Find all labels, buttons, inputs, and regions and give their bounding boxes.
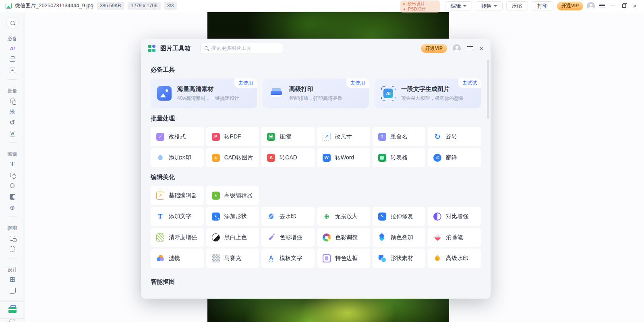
add-watermark-icon [156,154,164,162]
sidebar-item-contrast[interactable] [6,191,19,202]
toolbox-logo-icon [148,45,155,52]
tool-add-watermark[interactable]: 添加水印 [151,148,204,167]
tool-contrast-enhance[interactable]: 对比增强 [428,207,481,226]
tool-color-adjust[interactable]: 色彩调整 [317,228,370,247]
vip-upgrade-button[interactable]: 开通VIP [557,2,583,10]
tool-filter[interactable]: 滤镜 [151,249,204,268]
sidebar-item-materials[interactable] [6,65,19,76]
tool-translate[interactable]: 翻译 [428,148,481,167]
tool-template-text[interactable]: 模板文字 [261,249,315,268]
tool-to-pdf[interactable]: 转PDF [206,127,259,146]
sidebar-item-add-text[interactable] [6,159,19,169]
tool-color-overlay[interactable]: 颜色叠加 [373,228,426,247]
modal-vip-button[interactable]: 开通VIP [421,44,447,53]
close-window-button[interactable]: × [631,2,638,10]
sidebar-item-enhance-zoom[interactable] [6,202,19,213]
sidebar-item-cutout-image[interactable] [6,233,19,244]
go-use-badge[interactable]: 去使用 [234,78,257,88]
modal-user-avatar[interactable] [453,44,461,52]
sidebar-item-toolbox-active[interactable] [0,301,25,319]
rotate-icon [433,133,441,141]
promo-instant-design[interactable]: ◆秒出设计 [403,1,437,6]
compress-button[interactable]: 压缩 [506,1,528,10]
tool-resize[interactable]: 改尺寸 [317,127,370,146]
promo-psd-open[interactable]: ▲PSD打开 [403,6,437,12]
tool-color-enhance[interactable]: 色彩增强 [261,228,315,247]
sidebar-item-watermark[interactable] [6,180,19,191]
modal-title: 图片工具箱 [160,45,191,52]
resize-icon [323,133,331,141]
tool-lossless-upscale[interactable]: 无损放大 [317,207,370,226]
tool-rename[interactable]: 重命名 [373,127,426,146]
go-use-badge[interactable]: 去使用 [346,78,369,88]
card-advanced-print[interactable]: 高级打印智能排版，打印高清品质 去使用 [263,78,369,108]
modal-close-button[interactable]: × [479,45,483,52]
sidebar-item-batch-compress[interactable] [6,106,19,117]
sidebar-item-batch-word[interactable] [6,128,19,139]
advanced-print-icon [269,86,284,101]
remove-watermark-icon [267,213,275,221]
cutout-selection-icon [10,246,15,252]
modal-menu-button[interactable] [466,45,474,52]
card-hd-materials[interactable]: 海量高清素材40w高清素材，一键搞定设计 去使用 [151,78,257,108]
sidebar-item-ai[interactable]: AI [6,43,19,54]
maximize-button[interactable] [620,2,627,10]
chevron-down-icon [494,5,497,7]
sidebar-item-shapes[interactable] [6,169,19,180]
go-try-badge[interactable]: 去试试 [458,78,481,88]
sidebar-item-batch-rotate[interactable] [6,117,19,128]
toolbox-search-input[interactable] [211,45,279,51]
convert-menu-button[interactable]: 转换 [476,1,503,10]
tool-clarity-enhance[interactable]: 清晰度增强 [151,228,204,247]
tool-special-border[interactable]: 特色边框 [317,249,370,268]
sidebar-search-button[interactable] [6,17,19,29]
toolbox-icon [8,307,17,313]
tool-format-convert[interactable]: 改格式 [151,127,204,146]
sidebar-item-collage[interactable] [6,274,19,285]
tool-add-text[interactable]: 添加文字 [151,207,204,226]
advanced-watermark-icon [433,254,441,262]
tool-basic-editor[interactable]: 基础编辑器 [151,186,204,205]
tool-stretch-repair[interactable]: 拉伸修复 [373,207,426,226]
app-logo-icon [6,3,12,9]
minimize-button[interactable] [609,2,617,10]
user-avatar[interactable] [587,2,595,10]
tools-sidebar: 必备 AI 批量 编辑 抠图 设计 [0,12,25,322]
app-menu-button[interactable] [598,2,606,10]
tool-compress[interactable]: 压缩 [261,127,315,146]
sidebar-item-cutout-selection[interactable] [6,244,19,254]
modal-scroll-area[interactable]: 必备工具 海量高清素材40w高清素材，一键搞定设计 去使用 高级打印智能排版，打… [141,58,491,286]
tool-to-word[interactable]: 转Word [317,148,370,167]
edit-menu-button[interactable]: 编辑 [445,1,472,10]
tool-bw-colorize[interactable]: 黑白上色 [206,228,259,247]
minimize-icon [611,6,615,6]
add-shape-icon [212,213,220,221]
card-ai-text-to-image[interactable]: 一段文字生成图片顶尖AI大模型，极尽你的想象 去试试 [375,78,481,108]
tool-shape-assets[interactable]: 形状素材 [373,249,426,268]
sidebar-item-crop[interactable] [6,285,19,296]
print-button[interactable]: 打印 [532,1,553,10]
tool-add-shape[interactable]: 添加形状 [206,207,259,226]
sidebar-item-print[interactable] [6,54,19,65]
tool-rotate[interactable]: 旋转 [428,127,481,146]
close-icon: × [633,3,637,9]
tool-mosaic[interactable]: 马赛克 [206,249,259,268]
lossless-upscale-icon [323,213,331,221]
tool-to-cad[interactable]: 转CAD [261,148,315,167]
tool-cad-to-image[interactable]: CAD转图片 [206,148,259,167]
to-pdf-icon [212,133,220,141]
modal-scrollbar-thumb[interactable] [487,60,489,119]
tool-eraser-pen[interactable]: 消除笔 [428,228,481,247]
toolbox-search-box[interactable] [200,43,283,54]
mosaic-icon [212,254,220,262]
tool-advanced-watermark[interactable]: 高级水印 [428,249,481,268]
help-icon[interactable] [9,319,15,322]
tool-to-table[interactable]: 转表格 [373,148,426,167]
sidebar-item-batch-convert[interactable] [6,95,19,106]
edit-tools-grid: 添加文字 添加形状 去水印 无损放大 拉伸修复 对比增强 清晰度增强 黑白上色 … [151,207,481,268]
tool-advanced-editor[interactable]: 高级编辑器 [206,186,259,205]
tool-remove-watermark[interactable]: 去水印 [261,207,315,226]
cad-to-image-icon [212,154,220,162]
section-title-edit: 编辑美化 [151,173,481,181]
divider [8,142,17,143]
